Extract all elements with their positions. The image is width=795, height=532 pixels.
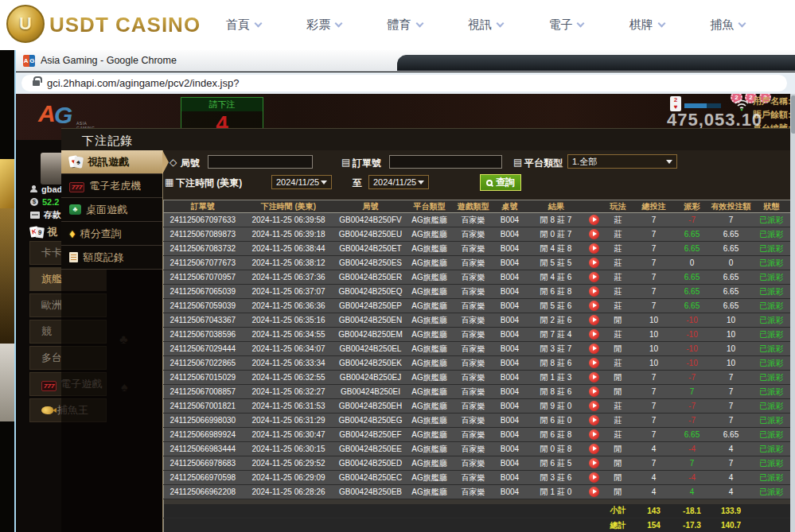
valid-bet: 7	[710, 371, 753, 385]
search-button[interactable]: 查詢	[480, 174, 521, 191]
bet-side: 閒	[603, 471, 633, 485]
table-no: B004	[493, 242, 527, 256]
subtotal-row-payout: -18.1	[675, 504, 710, 518]
tab-桌面遊戲[interactable]: 桌面遊戲	[61, 198, 162, 222]
round-input[interactable]	[208, 155, 313, 169]
order-no: 241125067008857	[164, 385, 242, 399]
address-bar[interactable]: gci.2hhapi.com/agingame/pcv2/index.jsp?	[21, 75, 787, 91]
total-bet: 7	[633, 428, 675, 442]
replay-icon[interactable]	[589, 272, 599, 282]
round-no: GB00424B250EQ	[336, 285, 406, 299]
status-badge: 已派彩	[753, 313, 791, 328]
tab-額度記錄[interactable]: 額度記錄	[61, 246, 162, 270]
platform: AG旗艦廳	[406, 256, 454, 270]
nav-item[interactable]: 棋牌	[629, 17, 664, 33]
nav-item[interactable]: 彩票	[306, 17, 341, 33]
replay-icon[interactable]	[589, 215, 599, 225]
status-badge: 已派彩	[753, 428, 791, 442]
replay-icon[interactable]	[589, 329, 599, 340]
replay-icon[interactable]	[589, 401, 599, 411]
total-bet: 4	[633, 485, 675, 499]
replay-cell	[586, 299, 603, 313]
lock-icon	[33, 80, 40, 86]
replay-cell	[586, 313, 603, 328]
order-input[interactable]	[389, 155, 502, 169]
game-type: 百家樂	[454, 299, 493, 313]
order-no: 241125067001821	[164, 399, 242, 414]
deposit-icon	[30, 212, 40, 219]
replay-icon[interactable]	[589, 458, 599, 468]
browser-titlebar[interactable]: AG Asia Gaming - Google Chrome	[16, 50, 795, 72]
replay-cell	[586, 285, 603, 299]
result: 閒 4 莊 6	[527, 270, 586, 285]
nav-item[interactable]: 視訊	[468, 17, 503, 33]
platform-label: 平台類型	[524, 157, 563, 170]
video-row[interactable]: 視	[30, 226, 57, 238]
game-type: 百家樂	[454, 399, 493, 414]
tab-電子老虎機[interactable]: 電子老虎機	[61, 174, 162, 198]
replay-icon[interactable]	[589, 315, 599, 325]
replay-icon[interactable]	[589, 444, 599, 454]
replay-icon[interactable]	[589, 243, 599, 254]
browser-window: AG Asia Gaming - Google Chrome gci.2hhap…	[14, 50, 795, 532]
platform-select[interactable]: 1.全部	[567, 154, 677, 169]
replay-icon[interactable]	[589, 386, 599, 397]
game-type: 百家樂	[454, 428, 493, 442]
nav-item[interactable]: 體育	[388, 17, 423, 33]
replay-cell	[586, 414, 603, 428]
date-to-select[interactable]: 2024/11/25	[368, 175, 429, 189]
replay-icon[interactable]	[589, 372, 599, 382]
game-type: 百家樂	[454, 442, 493, 456]
result: 閒 7 莊 4	[527, 328, 586, 342]
replay-icon[interactable]	[589, 301, 599, 311]
replay-icon[interactable]	[589, 358, 599, 368]
payout: -7	[675, 213, 710, 227]
round-no: GB00424B250EH	[336, 399, 406, 414]
site-header: U USDT CASINO 首頁彩票體育視訊電子棋牌捕魚	[0, 0, 795, 50]
nav-item[interactable]: 捕魚	[710, 17, 745, 33]
table-row: 2411250670776732024-11-25 06:38:12GB0042…	[164, 256, 791, 270]
valid-bet: 6.65	[710, 270, 753, 285]
tab-視訊遊戲[interactable]: 視訊遊戲	[61, 150, 162, 174]
order-no: 241125066962208	[164, 485, 242, 499]
status-badge: 已派彩	[753, 356, 791, 371]
date-from-select[interactable]: 2024/11/25	[271, 175, 332, 189]
nav-item[interactable]: 電子	[548, 17, 583, 33]
bet-side: 莊	[603, 270, 633, 285]
table-no: B004	[493, 313, 527, 328]
payout: 6.65	[675, 227, 710, 242]
replay-icon[interactable]	[589, 429, 599, 440]
nav-item[interactable]: 首頁	[226, 17, 261, 33]
chevron-down-icon	[666, 160, 672, 164]
result: 閒 6 莊 8	[527, 428, 586, 442]
platform: AG旗艦廳	[406, 428, 454, 442]
round-no: GB00424B250EF	[336, 428, 406, 442]
replay-icon[interactable]	[589, 286, 599, 297]
replay-icon[interactable]	[589, 229, 599, 239]
empty-cell	[336, 504, 406, 518]
platform: AG旗艦廳	[406, 285, 454, 299]
grand-total-row: 總計154-17.3140.7	[164, 518, 791, 532]
replay-icon[interactable]	[589, 472, 599, 483]
bet-time: 2024-11-25 06:31:29	[242, 414, 336, 428]
bet-time: 2024-11-25 06:38:44	[242, 242, 336, 256]
table-row: 2411250670433672024-11-25 06:35:16GB0042…	[164, 313, 791, 328]
countdown-label: 請下注	[181, 98, 263, 111]
deposit-row[interactable]: 存款	[30, 209, 61, 221]
scrollbar[interactable]	[790, 94, 795, 532]
table-row: 2411250669899242024-11-25 06:30:47GB0042…	[164, 428, 791, 442]
order-no: 241125066983444	[164, 442, 242, 456]
total-bet: 7	[633, 285, 675, 299]
bet-time: 2024-11-25 06:28:26	[242, 485, 336, 499]
column-header: 狀態	[753, 200, 791, 213]
column-header	[586, 200, 603, 213]
table-body: 2411250670976332024-11-25 06:39:58GB0042…	[164, 213, 791, 532]
replay-icon[interactable]	[589, 487, 599, 497]
scrollbar-thumb[interactable]	[791, 95, 795, 134]
replay-icon[interactable]	[589, 415, 599, 425]
tab-積分查詢[interactable]: 積分查詢	[61, 222, 162, 246]
replay-icon[interactable]	[589, 344, 599, 354]
total-bet: 7	[633, 270, 675, 285]
replay-icon[interactable]	[589, 258, 599, 268]
date-to-value: 2024/11/25	[373, 177, 416, 187]
